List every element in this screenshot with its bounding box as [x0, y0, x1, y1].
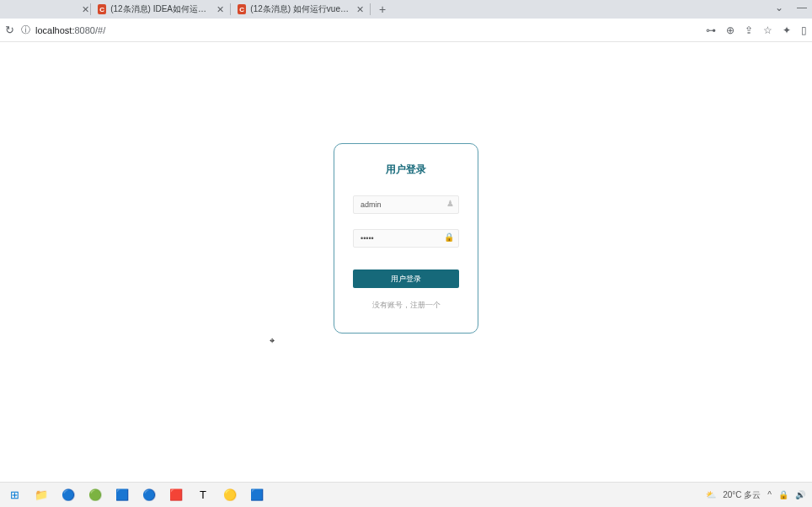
- tab-bar: ✕ C (12条消息) IDEA如何运行Spring ✕ C (12条消息) 如…: [0, 0, 812, 19]
- tab-title: (12条消息) IDEA如何运行Spring: [110, 3, 212, 15]
- weather-text[interactable]: 20°C 多云: [723, 489, 761, 501]
- login-title: 用户登录: [353, 163, 459, 177]
- minimize-icon[interactable]: —: [797, 2, 807, 13]
- window-controls: ⌄ —: [775, 2, 807, 13]
- chevron-down-icon[interactable]: ⌄: [775, 2, 783, 13]
- close-icon[interactable]: ✕: [80, 4, 90, 14]
- address-bar: ↻ ⓘ localhost:8080/#/ ⊶ ⊕ ⇪ ☆ ✦ ▯: [0, 19, 812, 42]
- explorer-icon[interactable]: 📁: [34, 488, 49, 503]
- close-icon[interactable]: ✕: [216, 4, 225, 14]
- login-card: 用户登录 ♟ 🔒 用户登录 没有账号，注册一个: [334, 143, 478, 334]
- info-icon: ⓘ: [21, 24, 30, 36]
- url-host: localhost:: [35, 25, 74, 35]
- system-tray: ⛅ 20°C 多云 ^ 🔒 🔊: [706, 489, 805, 501]
- text-icon[interactable]: T: [195, 488, 211, 503]
- app-icon[interactable]: 🟦: [115, 488, 130, 503]
- user-icon: ♟: [446, 199, 454, 208]
- login-button[interactable]: 用户登录: [353, 270, 459, 288]
- extensions-icon[interactable]: ✦: [783, 24, 791, 36]
- url-field[interactable]: ⓘ localhost:8080/#/: [21, 24, 699, 36]
- edge-icon[interactable]: 🔵: [142, 488, 157, 503]
- new-tab-button[interactable]: +: [374, 1, 391, 18]
- url-path: 8080/#/: [74, 25, 105, 35]
- account-icon[interactable]: ▯: [801, 24, 807, 36]
- share-icon[interactable]: ⇪: [745, 24, 753, 36]
- zoom-icon[interactable]: ⊕: [726, 24, 735, 36]
- idea-icon[interactable]: 🟥: [168, 488, 184, 503]
- start-icon[interactable]: ⊞: [7, 488, 22, 503]
- chrome-icon[interactable]: 🟢: [88, 488, 103, 503]
- tray-expand-icon[interactable]: ^: [767, 490, 772, 499]
- lock-icon: 🔒: [444, 232, 454, 242]
- star-icon[interactable]: ☆: [763, 24, 772, 36]
- csdn-icon: C: [238, 4, 246, 14]
- browser-tab[interactable]: C (12条消息) 如何运行vue项目(超 ✕: [231, 0, 370, 19]
- tray-icon[interactable]: 🔊: [795, 490, 805, 499]
- username-input[interactable]: [353, 195, 459, 214]
- key-icon[interactable]: ⊶: [706, 24, 716, 36]
- close-icon[interactable]: ✕: [356, 4, 365, 14]
- reload-icon[interactable]: ↻: [5, 24, 14, 36]
- word-icon[interactable]: 🟦: [249, 488, 264, 503]
- weather-icon[interactable]: ⛅: [706, 490, 716, 499]
- page-content: 用户登录 ♟ 🔒 用户登录 没有账号，注册一个: [0, 42, 812, 482]
- browser-tab[interactable]: C (12条消息) IDEA如何运行Spring ✕: [91, 0, 230, 19]
- app-icon[interactable]: 🟡: [222, 488, 238, 503]
- csdn-icon: C: [98, 4, 106, 14]
- toolbar-icons: ⊶ ⊕ ⇪ ☆ ✦ ▯: [706, 24, 807, 36]
- browser-icon[interactable]: 🔵: [61, 488, 76, 503]
- tray-icon[interactable]: 🔒: [778, 490, 788, 499]
- tab-title: (12条消息) 如何运行vue项目(超: [250, 3, 351, 15]
- register-link[interactable]: 没有账号，注册一个: [353, 300, 459, 311]
- taskbar: ⊞ 📁 🔵 🟢 🟦 🔵 🟥 T 🟡 🟦 ⛅ 20°C 多云 ^ 🔒 🔊: [0, 482, 812, 507]
